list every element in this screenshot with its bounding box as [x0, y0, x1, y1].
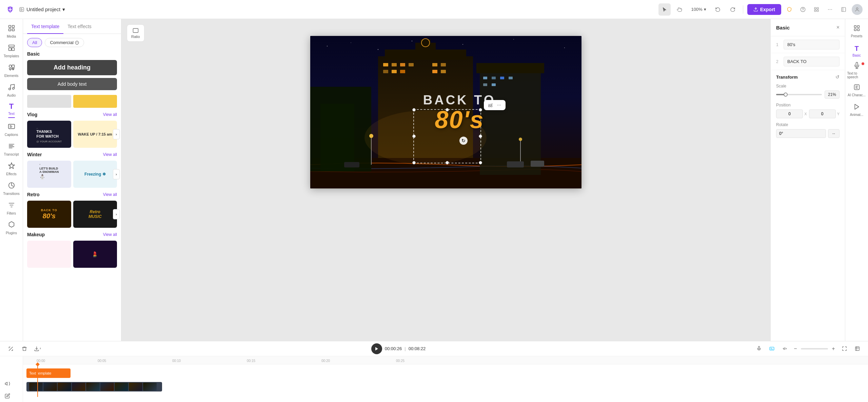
makeup-card-1[interactable]	[27, 241, 71, 268]
play-btn[interactable]	[371, 343, 382, 354]
text-row-1-value[interactable]: 80's	[784, 40, 840, 49]
transform-reset-btn[interactable]: ↺	[835, 74, 840, 80]
playhead[interactable]	[37, 364, 38, 397]
text-row-2-value[interactable]: BACK TO	[784, 57, 840, 66]
topbar: Untitled project ▾ 100% ▾ Export	[0, 0, 868, 19]
right-sidebar-presets[interactable]: Presets	[847, 22, 866, 41]
vlog-next-btn[interactable]: ›	[113, 129, 120, 139]
sidebar-item-templates[interactable]: Templates	[2, 41, 21, 60]
scale-value[interactable]: 21%	[825, 91, 840, 99]
makeup-view-all[interactable]: View all	[103, 232, 117, 237]
add-heading-btn[interactable]: Add heading	[27, 60, 117, 75]
pos-y-field[interactable]: 0	[809, 109, 836, 118]
thumb-1	[29, 383, 43, 391]
redo-btn[interactable]	[727, 3, 739, 16]
sidebar-item-filters[interactable]: Filters	[2, 199, 21, 218]
zoom-track[interactable]	[801, 348, 828, 349]
scale-prop: Scale 21%	[776, 84, 840, 99]
retro-card-1[interactable]: BACK TO 80's	[27, 201, 71, 228]
hand-tool-btn[interactable]	[673, 3, 686, 16]
svg-rect-82	[770, 347, 774, 350]
more-btn[interactable]	[825, 4, 835, 15]
scale-slider[interactable]	[776, 94, 822, 95]
thumb-3	[58, 383, 71, 391]
rotate-handle[interactable]: ↻	[459, 137, 468, 145]
edit-btn[interactable]	[3, 391, 12, 401]
svg-rect-4	[817, 7, 818, 9]
sidebar-item-effects[interactable]: Effects	[2, 159, 21, 178]
video-clip[interactable]	[26, 382, 162, 391]
rotate-field[interactable]: 0°	[776, 129, 826, 138]
retro-next-btn[interactable]: ›	[113, 209, 120, 219]
sidebar-item-elements[interactable]: Elements	[2, 61, 21, 80]
retro-card-2[interactable]: RetroMUSIC	[73, 201, 117, 228]
right-sidebar-animate[interactable]: Animat...	[847, 100, 866, 119]
caption-btn[interactable]	[766, 343, 777, 354]
sidebar-item-media[interactable]: Media	[2, 22, 21, 41]
right-sidebar-ai[interactable]: AI Charac...	[847, 81, 866, 100]
makeup-card-2[interactable]: 💄	[73, 241, 117, 268]
download-btn[interactable]	[33, 343, 43, 354]
project-name-dropdown[interactable]: Untitled project ▾	[19, 6, 65, 13]
retro-card-1-text: BACK TO 80's	[41, 209, 57, 220]
pos-x-field[interactable]: 0	[776, 109, 803, 118]
handle-bl[interactable]	[412, 161, 416, 164]
sidebar-item-captions[interactable]: Captions	[2, 120, 21, 139]
sidebar-item-transitions[interactable]: Transitions	[2, 179, 21, 198]
elements-icon	[8, 64, 15, 73]
shield-btn[interactable]	[784, 4, 795, 15]
apps-btn[interactable]	[811, 4, 822, 15]
add-body-btn[interactable]: Add body text	[27, 78, 117, 90]
trim-tool-btn[interactable]	[5, 343, 16, 354]
svg-rect-50	[441, 70, 446, 73]
help-btn[interactable]	[797, 4, 808, 15]
filter-all-btn[interactable]: All	[27, 38, 42, 47]
winter-card-2[interactable]: Freezing ❄	[73, 161, 117, 188]
handle-br[interactable]	[479, 161, 482, 164]
right-sidebar-tts[interactable]: Text to speech	[847, 61, 866, 80]
delete-clip-btn[interactable]	[19, 343, 30, 354]
tab-text-template[interactable]: Text template	[27, 19, 63, 34]
filter-commercial-btn[interactable]: Commercial	[45, 38, 84, 47]
text-clip[interactable]: Text template	[26, 368, 71, 378]
vlog-card-2[interactable]: WAKE UP / 7:15 am	[73, 121, 117, 148]
winter-view-all[interactable]: View all	[103, 152, 117, 157]
handle-mr[interactable]	[479, 135, 482, 138]
right-sidebar-basic[interactable]: T Basic	[847, 41, 866, 60]
panel-toggle-btn[interactable]	[838, 4, 849, 15]
floating-more-btn[interactable]	[496, 102, 502, 108]
user-avatar[interactable]	[852, 4, 863, 15]
basic-card-2[interactable]	[73, 95, 117, 108]
sidebar-item-transcript[interactable]: Transcript	[2, 140, 21, 159]
right-panel-close-btn[interactable]: ×	[836, 24, 840, 31]
svg-rect-40	[383, 63, 388, 66]
handle-bm[interactable]	[446, 161, 449, 164]
export-btn[interactable]: Export	[747, 4, 781, 15]
zoom-plus-btn[interactable]: +	[830, 346, 837, 352]
ratio-btn[interactable]: Ratio	[127, 24, 144, 42]
winter-next-btn[interactable]: ›	[113, 169, 120, 179]
expand-btn[interactable]	[839, 343, 850, 354]
tab-text-effects[interactable]: Text effects	[63, 19, 96, 34]
sidebar-item-plugins[interactable]: Plugins	[2, 218, 21, 237]
zoom-dropdown[interactable]: 100% ▾	[688, 5, 709, 13]
vlog-view-all[interactable]: View all	[103, 112, 117, 117]
volume-btn[interactable]	[3, 379, 12, 388]
rotate-flip-btn[interactable]: ↔	[828, 129, 840, 138]
timeline-ruler: 00:00 00:05 00:10 00:15 00:20 00:25	[23, 356, 868, 364]
fullscreen-btn[interactable]	[852, 343, 863, 354]
basic-card-1[interactable]	[27, 95, 71, 108]
handle-tl[interactable]	[412, 108, 416, 112]
mic-btn[interactable]	[753, 343, 764, 354]
undo-btn[interactable]	[712, 3, 724, 16]
retro-view-all[interactable]: View all	[103, 192, 117, 197]
handle-ml[interactable]	[412, 135, 416, 138]
sidebar-item-audio[interactable]: Audio	[2, 81, 21, 100]
winter-card-1[interactable]: • LET'S BUILDA SNOWMAN ⛄	[27, 161, 71, 188]
zoom-minus-btn[interactable]: −	[792, 346, 799, 352]
code-btn[interactable]	[779, 343, 790, 354]
sidebar-item-text[interactable]: T Text	[2, 100, 21, 119]
vlog-card-1[interactable]: _ THANKSFOR WATCH @ Your account	[27, 121, 71, 148]
project-title: Untitled project	[26, 6, 60, 12]
cursor-tool-btn[interactable]	[658, 3, 671, 16]
